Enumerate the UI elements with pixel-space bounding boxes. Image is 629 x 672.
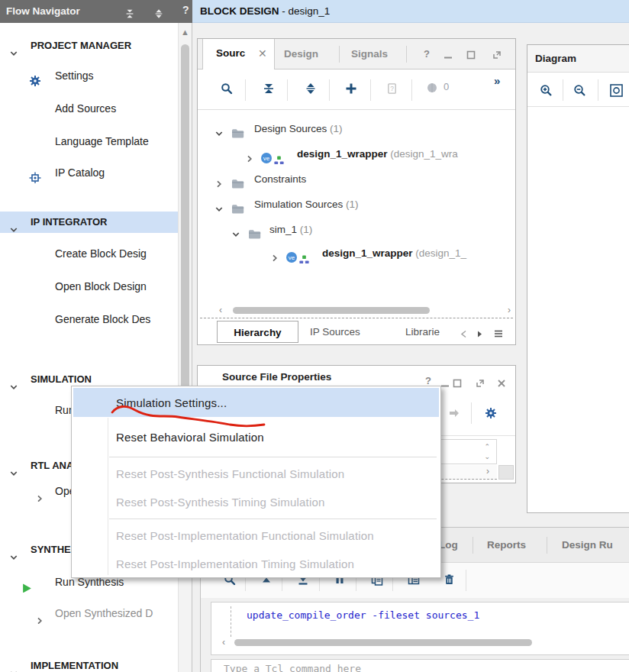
status-circle-icon[interactable]: [427, 82, 437, 96]
scrollbar-corner: [498, 465, 514, 480]
chevron-right-icon: [35, 494, 44, 502]
zoom-in-icon[interactable]: [540, 83, 553, 97]
scrollbar-thumb[interactable]: [233, 307, 430, 314]
tab-log[interactable]: Log: [439, 528, 458, 563]
minimize-icon[interactable]: [444, 49, 453, 63]
gear-icon: [29, 75, 41, 86]
svg-text:ve: ve: [289, 254, 295, 261]
properties-gear-icon[interactable]: [485, 405, 497, 419]
module-squares-icon: [274, 156, 284, 164]
trash-icon[interactable]: [444, 573, 455, 589]
search-icon[interactable]: [221, 82, 233, 98]
flow-expand-all-icon[interactable]: [153, 6, 164, 20]
tab-signals[interactable]: Signals: [351, 39, 388, 69]
flow-help-icon[interactable]: ?: [182, 4, 189, 16]
add-icon[interactable]: [345, 82, 357, 98]
tcl-input-placeholder: Type a Tcl command here: [224, 660, 361, 672]
tree-row-simulation-sources[interactable]: Simulation Sources (1): [198, 194, 515, 215]
float-icon[interactable]: [492, 49, 502, 63]
console-hscrollbar[interactable]: ‹: [218, 638, 621, 648]
collapse-all-icon[interactable]: [263, 82, 275, 98]
chevron-down-icon: [9, 49, 18, 57]
sidebar-item-open-block-design[interactable]: Open Block Design: [0, 276, 178, 297]
nav-left-icon[interactable]: [460, 328, 468, 341]
tree-row-sim-1[interactable]: sim_1 (1): [198, 219, 515, 240]
maximize-icon[interactable]: [453, 376, 462, 389]
chevron-down-icon: [9, 225, 18, 233]
maximize-icon[interactable]: [466, 49, 476, 63]
sources-tabbar: Sourc✕DesignSignals?: [198, 39, 515, 69]
divider: [200, 318, 513, 318]
menu-item-reset-behavioral-simulation[interactable]: Reset Behavioral Simulation: [73, 419, 439, 454]
simulation-context-menu: Simulation Settings...Reset Behavioral S…: [71, 386, 441, 578]
folder-icon: [231, 178, 244, 189]
sidebar-item-generate-block-des[interactable]: Generate Block Des: [0, 309, 178, 330]
chevron-right-icon[interactable]: [245, 150, 254, 164]
sidebar-section-ip-integrator[interactable]: IP INTEGRATOR: [0, 212, 178, 233]
tab-sources[interactable]: Sourc✕: [202, 39, 275, 69]
float-icon[interactable]: [476, 376, 485, 389]
sidebar-item-open-synthesized-d[interactable]: Open Synthesized D: [0, 603, 178, 624]
verilog-circle-icon: ve: [285, 251, 298, 263]
zoom-out-icon[interactable]: [573, 83, 586, 97]
chevron-down-icon[interactable]: [215, 124, 224, 139]
console-output: update_compile_order -fileset sources_1 …: [211, 602, 629, 655]
sidebar-item-create-block-desig[interactable]: Create Block Desig: [0, 243, 178, 264]
sidebar-item-add-sources[interactable]: Add Sources: [0, 98, 178, 119]
tree-row-design-sources[interactable]: Design Sources (1): [198, 118, 515, 139]
scroll-right-icon[interactable]: ›: [486, 466, 489, 477]
sources-toolbar: ?0»: [198, 69, 515, 110]
sidebar-section-implementation[interactable]: IMPLEMENTATION: [0, 655, 178, 672]
menu-item-simulation-settings[interactable]: Simulation Settings...: [73, 388, 439, 417]
tree-row-design-1-wrapper[interactable]: vedesign_1_wrapper (design_1_: [198, 243, 515, 263]
tab-ip-sources[interactable]: IP Sources: [310, 321, 360, 343]
tab-hierarchy[interactable]: Hierarchy: [217, 321, 298, 343]
tab-menu-icon[interactable]: [494, 328, 503, 341]
help-icon[interactable]: ?: [424, 39, 430, 69]
menu-separator: [109, 457, 437, 457]
help-doc-icon[interactable]: ?: [386, 82, 398, 98]
sources-hscrollbar[interactable]: ‹ ›: [201, 305, 512, 316]
chevron-down-icon[interactable]: [215, 200, 224, 215]
tcl-command-input[interactable]: Type a Tcl command here: [211, 659, 629, 672]
navigate-forward-icon[interactable]: [448, 405, 460, 419]
expand-all-icon[interactable]: [305, 82, 317, 98]
chevron-right-icon[interactable]: [270, 249, 279, 263]
block-design-titlebar: BLOCK DESIGN - design_1: [192, 0, 629, 23]
nav-right-icon[interactable]: [476, 328, 483, 341]
scroll-up-icon[interactable]: ⌃: [484, 444, 490, 451]
folder-icon: [231, 128, 244, 139]
tab-design[interactable]: Design: [284, 39, 318, 69]
close-icon[interactable]: [497, 376, 506, 389]
diagram-header: Diagram: [527, 45, 629, 73]
sidebar-section-project-manager[interactable]: PROJECT MANAGER: [0, 35, 178, 57]
chevron-right-icon[interactable]: [215, 175, 224, 189]
scrollbar-thumb[interactable]: [234, 639, 532, 646]
sidebar-item-language-template[interactable]: Language Template: [0, 131, 178, 152]
tab-design-runs[interactable]: Design Ru: [562, 528, 613, 563]
tab-reports[interactable]: Reports: [487, 528, 526, 563]
scroll-left-icon[interactable]: ‹: [219, 305, 222, 316]
chevron-down-icon[interactable]: [231, 225, 240, 240]
scroll-left-icon[interactable]: ‹: [222, 637, 225, 648]
svg-text:ve: ve: [263, 155, 270, 162]
scrollbar-up-icon[interactable]: ▲: [181, 27, 189, 37]
tab-libraries[interactable]: Librarie: [405, 321, 454, 343]
module-squares-icon: [299, 255, 309, 263]
scroll-down-icon[interactable]: ⌄: [484, 454, 490, 460]
overflow-icon[interactable]: »: [494, 74, 500, 87]
zoom-fit-icon[interactable]: [610, 83, 623, 97]
tree-row-design-1-wrapper[interactable]: vedesign_1_wrapper (design_1_wra: [198, 144, 515, 164]
minimize-icon[interactable]: [440, 376, 450, 389]
sidebar-item-ip-catalog[interactable]: IP Catalog: [0, 162, 178, 183]
tab-close-icon[interactable]: ✕: [258, 39, 267, 68]
console-command-text: update_compile_order -fileset sources_1: [247, 609, 479, 621]
folder-icon: [248, 228, 261, 240]
sidebar-item-settings[interactable]: Settings: [0, 65, 178, 86]
diagram-canvas[interactable]: [527, 107, 629, 512]
scroll-right-icon[interactable]: ›: [508, 305, 511, 316]
flow-collapse-all-icon[interactable]: [124, 6, 135, 20]
scrollbar-thumb[interactable]: [181, 44, 189, 435]
tree-row-constraints[interactable]: Constraints: [198, 169, 515, 189]
titlebar-secondary: - design_1: [279, 5, 331, 17]
